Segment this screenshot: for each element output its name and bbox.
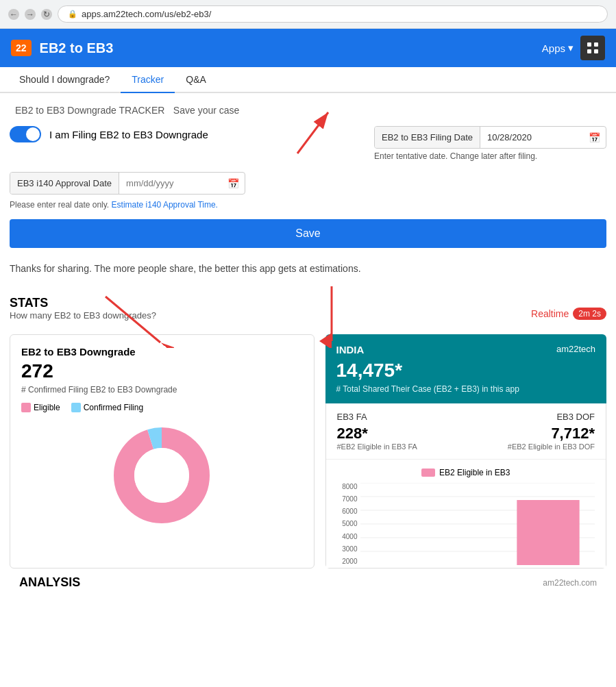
eb3-dof-number: 7,712* [508, 425, 595, 442]
filing-date-label: EB2 to EB3 Filing Date [375, 127, 480, 148]
right-card-body: EB3 FA 228* #EB2 Eligible in EB3 FA EB3 … [325, 403, 607, 569]
approval-date-hint: Please enter real date only. Estimate i1… [10, 200, 606, 210]
url-bar: 🔒 apps.am22tech.com/us/eb2-eb3/ [58, 5, 608, 23]
tracker-title: EB2 to EB3 Downgrade TRACKER Save your c… [10, 104, 606, 116]
forward-button[interactable]: → [25, 9, 36, 20]
bar-chart-svg-wrapper [360, 483, 595, 565]
india-number: 14,475* [336, 360, 596, 382]
analysis-label: ANALYSIS [19, 575, 80, 590]
approval-date-wrapper: EB3 i140 Approval Date 📅 [10, 172, 245, 195]
left-card-number: 272 [21, 360, 303, 382]
y-label-8000: 8000 [337, 483, 358, 490]
bar-chart-area: EB2 Eligible in EB3 8000 7000 6000 5000 … [326, 460, 606, 568]
logo: 22 [11, 40, 32, 56]
bar-chart-legend: EB2 Eligible in EB3 [337, 468, 595, 477]
approval-date-label: EB3 i140 Approval Date [10, 173, 119, 194]
approval-date-input[interactable] [119, 173, 222, 194]
realtime-timer: 2m 2s [573, 308, 606, 320]
eb3-fa-number: 228* [337, 425, 417, 442]
save-button[interactable]: Save [10, 219, 606, 248]
legend-eligible: Eligible [21, 403, 60, 412]
nav-tabs: Should I downgrade? Tracker Q&A [0, 67, 616, 93]
realtime-label: Realtime [531, 308, 569, 319]
y-label-4000: 4000 [337, 533, 358, 540]
browser-bar: ← → ↻ 🔒 apps.am22tech.com/us/eb2-eb3/ [0, 0, 616, 29]
tab-tracker[interactable]: Tracker [121, 67, 175, 93]
estimate-link[interactable]: Estimate i140 Approval Time. [112, 200, 218, 210]
stats-cards-wrapper: EB2 to EB3 Downgrade 272 # Confirmed Fil… [10, 334, 606, 569]
legend-confirmed-color [71, 403, 81, 412]
toggle-row: I am Filing EB2 to EB3 Downgrade [10, 126, 208, 142]
apps-grid-icon[interactable] [580, 36, 605, 60]
calendar-icon: 📅 [583, 132, 606, 143]
analysis-row: ANALYSIS am22tech.com [10, 569, 606, 592]
approval-calendar-icon: 📅 [222, 178, 245, 189]
toggle-label: I am Filing EB2 to EB3 Downgrade [49, 129, 208, 140]
y-label-7000: 7000 [337, 495, 358, 503]
app-title: EB2 to EB3 [40, 40, 114, 56]
y-label-3000: 3000 [337, 545, 358, 553]
filing-toggle[interactable] [10, 126, 41, 142]
y-label-2000: 2000 [337, 558, 358, 565]
y-axis: 8000 7000 6000 5000 4000 3000 2000 [337, 483, 360, 565]
donut-chart [21, 421, 303, 530]
eb3-fa-label: EB3 FA [337, 412, 417, 422]
legend-eligible-label: Eligible [34, 403, 60, 412]
eb3-fa-desc: #EB2 Eligible in EB3 FA [337, 442, 417, 451]
left-card-desc: # Confirmed Filing EB2 to EB3 Downgrade [21, 385, 303, 395]
stats-title: STATS [10, 296, 156, 310]
stats-section: STATS How many EB2 to EB3 downgrades? Re… [0, 296, 616, 602]
legend-eligible-color [21, 403, 31, 412]
legend-confirmed: Confirmed Filing [71, 403, 143, 412]
bar-legend-color [421, 469, 435, 477]
main-content: EB2 to EB3 Downgrade TRACKER Save your c… [0, 93, 616, 296]
y-label-6000: 6000 [337, 508, 358, 515]
svg-rect-0 [587, 42, 591, 47]
apps-chevron-icon: ▾ [568, 42, 574, 54]
header-left: 22 EB2 to EB3 [11, 40, 113, 56]
approval-date-group: EB3 i140 Approval Date 📅 Please enter re… [10, 172, 606, 210]
right-card-header: INDIA am22tech 14,475* # Total Shared Th… [325, 334, 607, 403]
bar-legend-label: EB2 Eligible in EB3 [439, 468, 510, 477]
bar-chart-container: 8000 7000 6000 5000 4000 3000 2000 [337, 483, 595, 565]
lock-icon: 🔒 [68, 10, 77, 18]
right-card-header-top: INDIA am22tech [336, 344, 596, 355]
svg-rect-2 [587, 49, 591, 53]
eb3-dof-col: EB3 DOF 7,712* #EB2 Eligible in EB3 DOF [508, 412, 595, 451]
svg-point-12 [134, 448, 189, 503]
stats-cards: EB2 to EB3 Downgrade 272 # Confirmed Fil… [10, 334, 606, 569]
filing-date-hint: Enter tentative date. Change later after… [374, 151, 606, 161]
stats-title-group: STATS How many EB2 to EB3 downgrades? [10, 296, 156, 332]
india-label: INDIA [336, 344, 365, 355]
stat-card-right: INDIA am22tech 14,475* # Total Shared Th… [325, 334, 607, 569]
tab-should-i-downgrade[interactable]: Should I downgrade? [8, 67, 121, 93]
url-text: apps.am22tech.com/us/eb2-eb3/ [82, 9, 211, 19]
refresh-button[interactable]: ↻ [41, 9, 52, 20]
filing-date-wrapper: EB2 to EB3 Filing Date 📅 [374, 126, 606, 149]
chart-legend: Eligible Confirmed Filing [21, 403, 303, 412]
filing-date-group: EB2 to EB3 Filing Date 📅 Enter tentative… [374, 126, 606, 161]
left-card-title: EB2 to EB3 Downgrade [21, 346, 303, 358]
svg-line-5 [297, 112, 328, 153]
svg-rect-19 [517, 500, 579, 565]
app-header: 22 EB2 to EB3 Apps ▾ [0, 29, 616, 67]
india-desc: # Total Shared Their Case (EB2 + EB3) in… [336, 384, 596, 394]
right-card-source: am22tech [556, 344, 595, 355]
stat-card-left: EB2 to EB3 Downgrade 272 # Confirmed Fil… [10, 334, 315, 569]
apps-button[interactable]: Apps ▾ [542, 42, 574, 54]
thanks-message: Thanks for sharing. The more people shar… [10, 258, 606, 285]
svg-rect-1 [594, 42, 598, 47]
eb3-fa-col: EB3 FA 228* #EB2 Eligible in EB3 FA [337, 412, 417, 451]
realtime-badge: Realtime 2m 2s [531, 308, 606, 320]
eb3-dof-desc: #EB2 Eligible in EB3 DOF [508, 442, 595, 451]
apps-label: Apps [542, 42, 565, 54]
svg-rect-3 [594, 49, 598, 53]
am22tech-footer: am22tech.com [543, 578, 597, 588]
tab-qa[interactable]: Q&A [175, 67, 217, 93]
eb3-stats-row: EB3 FA 228* #EB2 Eligible in EB3 FA EB3 … [326, 403, 606, 460]
filing-date-input[interactable] [480, 127, 583, 148]
back-button[interactable]: ← [8, 9, 19, 20]
y-label-5000: 5000 [337, 520, 358, 527]
stats-header: STATS How many EB2 to EB3 downgrades? Re… [10, 296, 606, 332]
eb3-dof-label: EB3 DOF [508, 412, 595, 422]
